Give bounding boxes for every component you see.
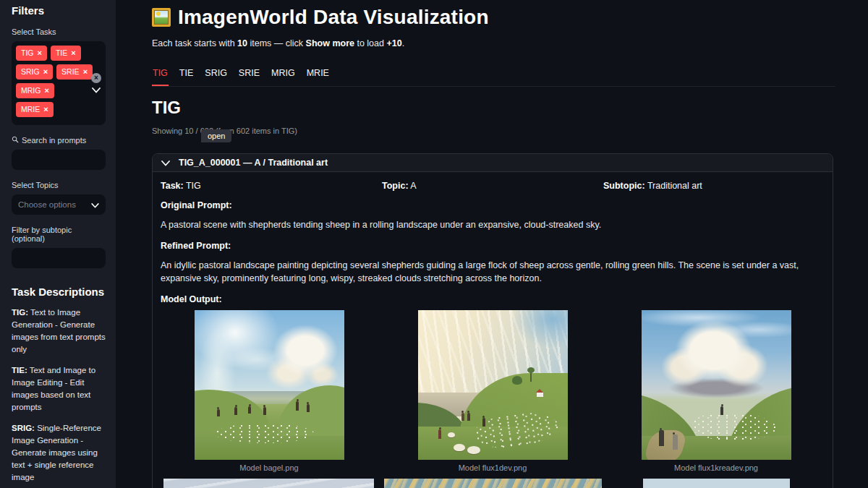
task-description-tig: TIG: Text to Image Generation - Generate…: [12, 307, 106, 356]
tasks-multiselect[interactable]: TIG× TIE× SRIG× SRIE× MRIG× MRIE× ×: [12, 41, 106, 125]
subtitle-text: to load: [354, 38, 386, 48]
painting-shepherd: [720, 406, 723, 415]
painting-sheep: [448, 432, 455, 437]
search-icon: [12, 136, 19, 145]
task-code: TIE:: [12, 366, 27, 374]
model-output-image: [384, 479, 602, 488]
model-output-cell: [384, 479, 602, 488]
model-output-cell: Model bagel.png: [161, 310, 378, 472]
model-output-label: Model Output:: [161, 294, 825, 304]
clear-all-icon[interactable]: ×: [91, 73, 101, 83]
task-tag-mrie[interactable]: MRIE×: [16, 102, 54, 117]
expander-header[interactable]: TIG_A_000001 — A / Traditional art: [153, 154, 833, 172]
painting-tree: [512, 376, 522, 385]
painting-sheep-flock: [692, 414, 776, 440]
select-tasks-label: Select Tasks: [12, 27, 106, 36]
tab-srie[interactable]: SRIE: [238, 65, 260, 86]
subtitle-bold: Show more: [306, 38, 354, 48]
painting-tree: [530, 370, 532, 382]
painting-house: [537, 393, 543, 397]
task-tag-srie[interactable]: SRIE×: [56, 64, 93, 80]
tab-srig[interactable]: SRIG: [204, 65, 228, 86]
app-root: Filters Select Tasks TIG× TIE× SRIG× SRI…: [0, 0, 868, 488]
remove-tag-icon[interactable]: ×: [44, 87, 48, 95]
tab-mrig[interactable]: MRIG: [271, 65, 296, 86]
subtitle-bold: +10: [386, 38, 401, 48]
tab-mrie[interactable]: MRIE: [306, 65, 330, 86]
sidebar-heading: Filters: [12, 4, 106, 17]
meta-subtopic: Subtopic: Traditional art: [603, 181, 825, 191]
meta-value: A: [409, 181, 417, 191]
task-text: Single-Reference Image Generation - Gene…: [12, 424, 101, 481]
select-topics-label: Select Topics: [12, 181, 106, 189]
refined-prompt-label: Refined Prompt:: [161, 241, 825, 251]
subtitle-text: items — click: [247, 38, 306, 48]
meta-label: Topic:: [382, 181, 409, 191]
task-description-tie: TIE: Text and Image to Image Editing - E…: [12, 364, 106, 414]
remove-tag-icon[interactable]: ×: [71, 49, 75, 57]
meta-value: TIG: [184, 181, 201, 191]
tab-tig[interactable]: TIG: [152, 65, 169, 86]
search-label: Search in prompts: [12, 136, 106, 145]
expander-body: Task: TIG Topic: A Subtopic: Traditional…: [153, 172, 833, 488]
image-caption: Model flux1kreadev.png: [674, 463, 758, 472]
image-caption: Model flux1dev.png: [459, 463, 527, 472]
model-output-image: [163, 479, 374, 488]
model-output-image: [642, 310, 791, 460]
model-output-cell: [161, 479, 378, 488]
meta-value: Traditional art: [645, 181, 702, 191]
painting-shepherd: [659, 430, 664, 446]
item-meta: Task: TIG Topic: A Subtopic: Traditional…: [161, 181, 825, 191]
task-tag-tig[interactable]: TIG×: [16, 46, 47, 61]
task-tag-srig[interactable]: SRIG×: [16, 64, 53, 80]
model-outputs-row-2: [161, 479, 825, 488]
painting-shepherd: [263, 407, 266, 415]
task-descriptions-heading: Task Descriptions: [12, 286, 106, 298]
chevron-down-icon[interactable]: [92, 87, 101, 93]
task-tag-mrig[interactable]: MRIG×: [16, 83, 54, 98]
page-title: ImagenWorld Data Visualization: [178, 6, 489, 29]
task-code: TIG:: [12, 308, 28, 317]
open-tooltip: open: [201, 129, 231, 142]
subtitle: Each task starts with 10 items — click S…: [152, 38, 835, 48]
original-prompt-label: Original Prompt:: [161, 200, 825, 210]
subtopic-filter-input[interactable]: [12, 248, 106, 268]
painting-sheep: [454, 444, 465, 451]
painting-shepherd: [248, 406, 251, 414]
original-prompt-text: A pastoral scene with shepherds tending …: [161, 218, 825, 231]
subtitle-bold: 10: [237, 38, 247, 48]
model-output-image: [643, 479, 790, 488]
task-tag-tie[interactable]: TIE×: [51, 46, 81, 61]
remove-tag-icon[interactable]: ×: [43, 106, 48, 114]
tag-label: TIE: [56, 49, 67, 57]
chevron-down-icon: [161, 156, 170, 169]
remove-tag-icon[interactable]: ×: [83, 68, 88, 76]
task-tabs: TIG TIE SRIG SRIE MRIG MRIE: [152, 65, 835, 87]
expander-title: TIG_A_000001 — A / Traditional art: [179, 158, 328, 168]
model-output-cell: Model flux1dev.png: [384, 310, 601, 472]
painting-shepherd: [673, 435, 678, 450]
topics-select-value: Choose options: [18, 200, 76, 209]
tag-label: MRIG: [21, 87, 41, 95]
model-output-image: [195, 310, 344, 460]
painting-shepherd: [461, 413, 464, 421]
painting-shepherd: [482, 418, 485, 427]
tag-label: TIG: [21, 49, 34, 57]
section-heading: TIG: [152, 98, 835, 118]
meta-topic: Topic: A: [382, 181, 603, 191]
search-label-text: Search in prompts: [22, 136, 86, 145]
painting-sheep: [467, 446, 480, 454]
topics-select[interactable]: Choose options: [12, 194, 106, 215]
search-input[interactable]: [12, 150, 106, 170]
framed-picture-icon: [152, 8, 171, 27]
painting-shepherd: [234, 407, 237, 415]
sidebar: Filters Select Tasks TIG× TIE× SRIG× SRI…: [0, 0, 116, 488]
task-description-srig: SRIG: Single-Reference Image Generation …: [12, 422, 106, 484]
remove-tag-icon[interactable]: ×: [43, 68, 48, 76]
remove-tag-icon[interactable]: ×: [38, 49, 42, 57]
tab-tie[interactable]: TIE: [179, 65, 194, 86]
main-content: ImagenWorld Data Visualization Each task…: [152, 0, 835, 488]
chevron-down-icon: [91, 198, 99, 211]
item-expander: TIG_A_000001 — A / Traditional art Task:…: [152, 153, 833, 488]
subtitle-text: .: [402, 38, 404, 48]
